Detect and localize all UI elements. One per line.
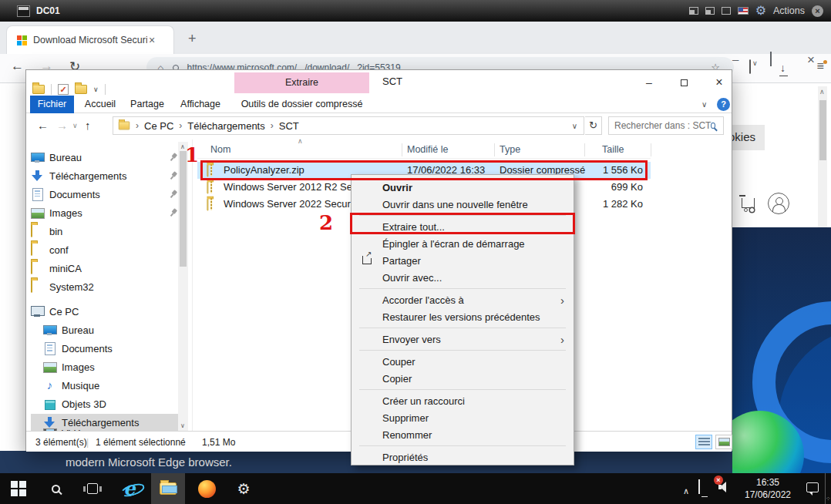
rdp-minimize-icon[interactable]: [689, 7, 698, 15]
menu-item-ouvrir-avec[interactable]: Ouvrir avec...: [352, 269, 574, 286]
browser-maximize-button[interactable]: [770, 52, 772, 66]
sidebar-item-documents[interactable]: Documents: [31, 186, 185, 203]
new-folder-icon[interactable]: [75, 85, 87, 94]
menu-item-supprimer[interactable]: Supprimer: [352, 409, 574, 426]
cart-icon[interactable]: [742, 198, 755, 208]
qat-dropdown-icon[interactable]: ∨: [93, 86, 99, 93]
sign-in-icon[interactable]: [768, 193, 789, 214]
explorer-minimize-button[interactable]: –: [638, 75, 661, 92]
explorer-close-button[interactable]: ×: [708, 75, 731, 92]
network-icon[interactable]: [698, 480, 700, 504]
column-taille[interactable]: Taille: [602, 144, 624, 155]
task-view-button[interactable]: [76, 473, 109, 504]
up-directory-icon[interactable]: ↑: [85, 119, 91, 132]
sidebar-item-system32[interactable]: System32: [31, 278, 185, 295]
menu-item-couper[interactable]: Couper: [352, 353, 574, 370]
action-center-icon[interactable]: [806, 482, 819, 492]
rdp-close-icon[interactable]: ×: [812, 5, 823, 17]
sidebar-item-telechargements[interactable]: Téléchargements: [31, 167, 185, 184]
scroll-up-icon[interactable]: ∧: [180, 143, 185, 150]
sidebar-item-ce-pc[interactable]: Ce PC: [31, 303, 185, 320]
menu-item-epingler-ecran-demarrage[interactable]: Épingler à l'écran de démarrage: [352, 235, 574, 252]
sidebar-item-pc-videos[interactable]: Vidéos: [31, 425, 185, 431]
properties-check-icon[interactable]: ✓: [58, 84, 69, 95]
column-modifie-le[interactable]: Modifié le: [407, 144, 449, 155]
page-scrollbar[interactable]: ∧: [818, 86, 827, 233]
taskbar-file-explorer[interactable]: [151, 473, 185, 504]
search-icon[interactable]: [711, 123, 715, 129]
menu-item-proprietes[interactable]: Propriétés: [352, 449, 574, 465]
start-button[interactable]: [2, 473, 35, 504]
sidebar-item-pc-musique[interactable]: ♪Musique: [31, 377, 185, 394]
show-desktop-button[interactable]: [825, 473, 831, 504]
tab-partage[interactable]: Partage: [125, 96, 170, 113]
taskbar-search-button[interactable]: [39, 473, 72, 504]
sidebar-item-pc-bureau[interactable]: Bureau: [31, 321, 185, 338]
sidebar-item-pc-documents[interactable]: Documents: [31, 340, 185, 357]
browser-minimize-button[interactable]: –: [732, 52, 738, 66]
column-type[interactable]: Type: [500, 144, 520, 155]
collections-icon[interactable]: [749, 60, 751, 74]
taskbar-firefox[interactable]: [190, 473, 224, 504]
browser-close-button[interactable]: ×: [807, 52, 815, 68]
sort-ascending-icon[interactable]: ∧: [298, 137, 303, 145]
folder-icon[interactable]: [32, 85, 45, 94]
rdp-actions-menu[interactable]: Actions: [773, 5, 805, 16]
explorer-back-icon[interactable]: ←: [37, 119, 49, 132]
breadcrumb-dropdown-icon[interactable]: ∨: [572, 122, 577, 130]
menu-item-envoyer-vers[interactable]: Envoyer vers›: [352, 331, 574, 348]
breadcrumb[interactable]: › Ce PC › Téléchargements › SCT ∨: [113, 116, 584, 135]
menu-item-creer-raccourci[interactable]: Créer un raccourci: [352, 392, 574, 409]
sidebar-item-pc-objets-3d[interactable]: Objets 3D: [31, 395, 185, 412]
scroll-up-icon[interactable]: ∧: [819, 88, 825, 96]
tray-expand-chevron[interactable]: ∧: [683, 483, 689, 504]
tab-outils-dossier-compresse[interactable]: Outils de dossier compressé: [234, 96, 369, 113]
tab-accueil[interactable]: Accueil: [80, 96, 120, 113]
menu-item-restaurer-versions[interactable]: Restaurer les versions précédentes: [352, 308, 574, 325]
downloads-icon[interactable]: ↓: [780, 62, 786, 74]
breadcrumb-ce-pc[interactable]: Ce PC: [144, 120, 173, 132]
tab-affichage[interactable]: Affichage: [174, 96, 227, 113]
sidebar-item-images[interactable]: Images: [31, 204, 185, 221]
scroll-down-icon[interactable]: ∨: [180, 422, 185, 429]
clock[interactable]: 16:35 17/06/2022: [734, 476, 802, 501]
help-icon[interactable]: ?: [717, 98, 730, 111]
column-nom[interactable]: Nom: [210, 144, 230, 155]
refresh-icon[interactable]: ↻: [585, 116, 602, 135]
history-dropdown-icon[interactable]: ∨: [72, 122, 78, 129]
rdp-restore-icon[interactable]: [705, 7, 715, 15]
sidebar-item-minica[interactable]: miniCA: [31, 260, 185, 277]
details-view-button[interactable]: [695, 435, 712, 449]
menu-item-renommer[interactable]: Renommer: [352, 426, 574, 443]
breadcrumb-sct[interactable]: SCT: [279, 120, 299, 132]
thumbnail-view-button[interactable]: [715, 435, 732, 449]
sidebar-item-pc-images[interactable]: Images: [31, 358, 185, 375]
tab-fichier[interactable]: Fichier: [30, 96, 74, 113]
ribbon-expand-icon[interactable]: ∨: [701, 100, 707, 109]
browser-back-icon[interactable]: ←: [11, 59, 24, 74]
sidebar-item-bureau[interactable]: Bureau: [31, 149, 185, 166]
sidebar-item-bin[interactable]: bin: [31, 223, 185, 240]
sidebar-scrollbar-thumb[interactable]: [180, 151, 187, 267]
menu-item-partager[interactable]: Partager: [352, 252, 574, 269]
keyboard-layout-flag-icon[interactable]: [738, 7, 749, 15]
page-scrollbar-thumb[interactable]: [819, 100, 826, 160]
menu-item-copier[interactable]: Copier: [352, 370, 574, 387]
browser-tab[interactable]: Download Microsoft Security C ×: [6, 25, 174, 54]
taskbar-settings[interactable]: ⚙: [227, 473, 261, 504]
tab-close-icon[interactable]: ×: [149, 34, 155, 46]
explorer-maximize-button[interactable]: [672, 75, 695, 92]
rdp-maximize-icon[interactable]: [722, 7, 731, 15]
search-box[interactable]: Rechercher dans : SCT: [608, 116, 724, 135]
sidebar-scrollbar[interactable]: ∧ ∨: [178, 142, 188, 431]
explorer-forward-icon[interactable]: →: [56, 119, 68, 132]
new-tab-button[interactable]: +: [188, 31, 197, 47]
browser-menu-icon[interactable]: ≡: [816, 59, 823, 72]
taskbar-internet-explorer[interactable]: e: [113, 473, 146, 504]
menu-item-ouvrir-nouvelle-fenetre[interactable]: Ouvrir dans une nouvelle fenêtre: [352, 196, 574, 213]
menu-item-ouvrir[interactable]: Ouvrir: [352, 179, 574, 196]
rdp-settings-gear-icon[interactable]: ⚙: [755, 5, 766, 17]
sidebar-item-conf[interactable]: conf: [31, 241, 185, 258]
breadcrumb-telechargements[interactable]: Téléchargements: [187, 120, 264, 132]
menu-item-accorder-acces[interactable]: Accorder l'accès à›: [352, 291, 574, 308]
